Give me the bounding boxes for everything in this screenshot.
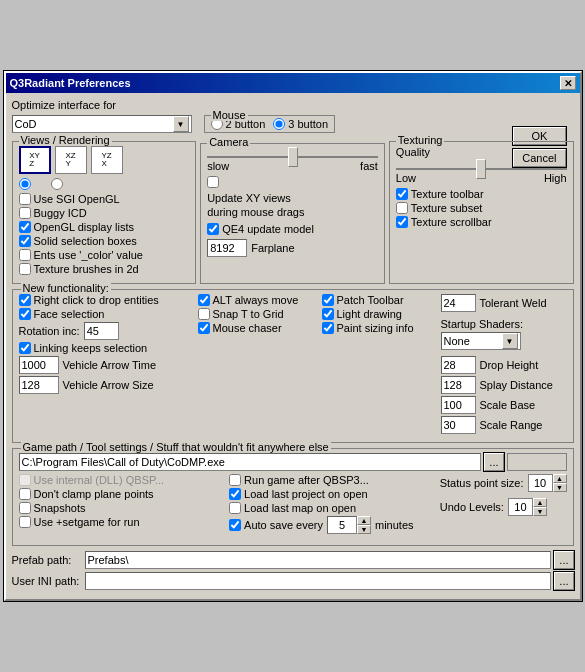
rotation-inc-row: Rotation inc: — [19, 322, 194, 340]
right-click-drop-cb[interactable]: Right click to drop entities — [19, 294, 194, 306]
farplane-input[interactable] — [207, 239, 247, 257]
texture-scrollbar-cb[interactable]: Texture scrollbar — [396, 216, 567, 228]
prefab-label: Prefab path: — [12, 554, 82, 566]
tolerant-weld-input[interactable] — [441, 294, 476, 312]
view-icon-xy[interactable]: XYZ — [19, 146, 51, 174]
exe-browse-btn[interactable]: ... — [484, 453, 503, 471]
user-ini-browse-btn[interactable]: ... — [554, 572, 573, 590]
status-point-up-btn[interactable]: ▲ — [553, 474, 567, 483]
vehicle-arrow-size-row: Vehicle Arrow Size — [19, 376, 194, 394]
scale-range-input[interactable] — [441, 416, 476, 434]
undo-levels-up-btn[interactable]: ▲ — [533, 498, 547, 507]
light-drawing-cb[interactable]: Light drawing — [322, 308, 437, 320]
game-path-group: Game path / Tool settings / Stuff that w… — [12, 448, 574, 546]
load-last-cb[interactable]: Load last project on open — [229, 488, 434, 500]
radio-right[interactable] — [51, 178, 63, 190]
alt-always-move-cb[interactable]: ALT always move — [198, 294, 318, 306]
update-xy-cb[interactable]: Update XY views during mouse drags — [207, 176, 327, 220]
vehicle-arrow-time-row: Vehicle Arrow Time — [19, 356, 194, 374]
optimize-label: Optimize interface for — [12, 99, 117, 111]
auto-save-down-btn[interactable]: ▼ — [357, 525, 371, 534]
startup-shaders-combo[interactable]: None ▼ — [441, 332, 521, 350]
game-path-label: Game path / Tool settings / Stuff that w… — [21, 441, 331, 453]
user-ini-input[interactable] — [85, 572, 552, 590]
texture-group: Texturing Quality Low High Texture toolb… — [389, 141, 574, 284]
mouse-group-label: Mouse — [211, 109, 248, 121]
prefab-input[interactable] — [85, 551, 552, 569]
view-icon-xz[interactable]: XZY — [55, 146, 87, 174]
view-icon-yz[interactable]: YZX — [91, 146, 123, 174]
qe4-update-cb[interactable]: QE4 update model — [207, 223, 378, 235]
status-point-spin: ▲ ▼ — [528, 474, 567, 492]
undo-levels-input[interactable] — [508, 498, 533, 516]
combo-arrow-icon: ▼ — [173, 116, 189, 132]
texture-subset-cb[interactable]: Texture subset — [396, 202, 567, 214]
farplane-row: Farplane — [207, 239, 378, 257]
mouse-3btn-label[interactable]: 3 button — [273, 118, 328, 130]
texture-quality-slider[interactable] — [396, 168, 567, 170]
buggy-icd-cb[interactable]: Buggy ICD — [19, 207, 190, 219]
optimize-combo[interactable]: CoD ▼ — [12, 115, 192, 133]
drop-height-input[interactable] — [441, 356, 476, 374]
status-point-spin-btns: ▲ ▼ — [553, 474, 567, 492]
linking-keeps-cb[interactable]: Linking keeps selection — [19, 342, 194, 354]
use-dll-cb[interactable]: Use internal (DLL) QBSP... — [19, 474, 224, 486]
auto-save-up-btn[interactable]: ▲ — [357, 516, 371, 525]
patch-toolbar-cb[interactable]: Patch Toolbar — [322, 294, 437, 306]
status-point-input[interactable] — [528, 474, 553, 492]
texture-label: Texturing — [396, 134, 445, 146]
startup-shaders-arrow-icon: ▼ — [502, 333, 518, 349]
new-func-label: New functionality: — [21, 282, 111, 294]
ents-color-cb[interactable]: Ents use '_color' value — [19, 249, 190, 261]
face-selection-cb[interactable]: Face selection — [19, 308, 194, 320]
run-game-cb[interactable]: Run game after QBSP3... — [229, 474, 434, 486]
camera-label: Camera — [207, 136, 250, 148]
auto-save-row: Auto save every ▲ ▼ minutes — [229, 516, 434, 534]
auto-save-spin-btns: ▲ ▼ — [357, 516, 371, 534]
radio-left[interactable] — [19, 178, 31, 190]
scale-base-input[interactable] — [441, 396, 476, 414]
scale-range-row: Scale Range — [441, 416, 567, 434]
splay-distance-input[interactable] — [441, 376, 476, 394]
status-point-row: Status point size: ▲ ▼ — [440, 474, 567, 492]
views-label: Views / Rendering — [19, 134, 112, 146]
mouse-group: Mouse 2 button 3 button — [204, 115, 336, 133]
main-window: Q3Radiant Preferences ✕ Optimize interfa… — [4, 71, 582, 601]
mouse-chaser-cb[interactable]: Mouse chaser — [198, 322, 318, 334]
prefab-browse-btn[interactable]: ... — [554, 551, 573, 569]
vehicle-arrow-time-input[interactable] — [19, 356, 59, 374]
user-ini-label: User INI path: — [12, 575, 82, 587]
texture-toolbar-cb[interactable]: Texture toolbar — [396, 188, 567, 200]
scale-base-row: Scale Base — [441, 396, 567, 414]
user-ini-row: User INI path: ... — [12, 572, 574, 590]
undo-levels-down-btn[interactable]: ▼ — [533, 507, 547, 516]
close-button[interactable]: ✕ — [560, 76, 576, 90]
dont-clamp-cb[interactable]: Don't clamp plane points — [19, 488, 224, 500]
mouse-3btn-radio[interactable] — [273, 118, 285, 130]
snap-t-grid-cb[interactable]: Snap T to Grid — [198, 308, 318, 320]
texture-brushes-cb[interactable]: Texture brushes in 2d — [19, 263, 190, 275]
solid-selection-boxes-cb[interactable]: Solid selection boxes — [19, 235, 190, 247]
window-title: Q3Radiant Preferences — [10, 77, 131, 89]
vehicle-arrow-size-input[interactable] — [19, 376, 59, 394]
new-func-group: New functionality: Right click to drop e… — [12, 289, 574, 443]
auto-save-cb[interactable]: Auto save every — [229, 519, 323, 531]
use-sgi-opengl-cb[interactable]: Use SGI OpenGL — [19, 193, 190, 205]
auto-save-input[interactable] — [327, 516, 357, 534]
auto-save-spin: ▲ ▼ — [327, 516, 371, 534]
snapshots-cb[interactable]: Snapshots — [19, 502, 224, 514]
status-point-down-btn[interactable]: ▼ — [553, 483, 567, 492]
use-setgame-cb[interactable]: Use +setgame for run — [19, 516, 224, 528]
views-group: Views / Rendering XYZ XZY YZX — [12, 141, 197, 284]
prefab-row: Prefab path: ... — [12, 551, 574, 569]
exe-path-input[interactable] — [19, 453, 482, 471]
paint-sizing-cb[interactable]: Paint sizing info — [322, 322, 437, 334]
opengl-display-lists-cb[interactable]: OpenGL display lists — [19, 221, 190, 233]
rotation-inc-input[interactable] — [84, 322, 119, 340]
camera-group: Camera slow fast Update XY views during … — [200, 143, 385, 284]
camera-speed-slider[interactable] — [207, 156, 378, 158]
load-last-map-cb[interactable]: Load last map on open — [229, 502, 434, 514]
undo-levels-row: Undo Levels: ▲ ▼ — [440, 498, 547, 516]
quality-label: Quality — [396, 146, 567, 158]
splay-distance-row: Splay Distance — [441, 376, 567, 394]
